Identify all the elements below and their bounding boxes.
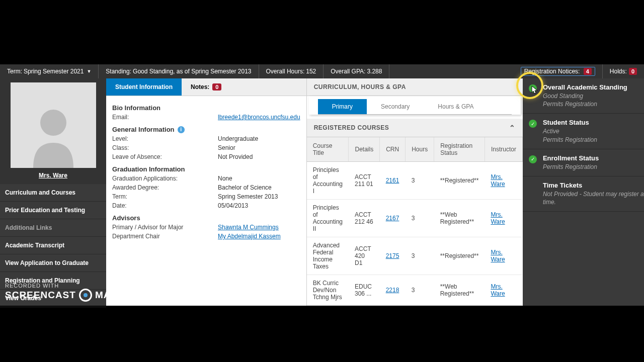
check-icon: ✓: [529, 120, 537, 128]
status-title: Student Status: [543, 119, 644, 126]
status-title: Enrollment Status: [543, 154, 644, 162]
graduation-header: Graduation Information: [112, 165, 300, 173]
instructor-link[interactable]: Mrs. Ware: [491, 283, 505, 297]
content-area: Student Information Notes: 0 Bio Informa…: [106, 78, 644, 306]
reg-notices-badge: 4: [584, 68, 592, 75]
term-selector[interactable]: Term: Spring Semester 2021 ▼: [0, 64, 99, 78]
email-link[interactable]: lbreede1@broncos.uncfsu.edu: [218, 114, 300, 121]
status-title: Time Tickets: [543, 182, 644, 189]
student-name-link[interactable]: Mrs. Ware: [39, 168, 67, 184]
status-block[interactable]: ✓Enrollment StatusPermits Registration: [523, 149, 644, 176]
left-sidebar: Mrs. Ware Curriculum and CoursesPrior Ed…: [0, 78, 106, 306]
status-block[interactable]: Time TicketsNot Provided - Student may r…: [523, 176, 644, 212]
avatar-image: [11, 82, 96, 168]
tab-student-information[interactable]: Student Information: [106, 78, 182, 96]
holds-badge: 0: [629, 68, 637, 75]
status-rail: ✓Overall Academic StandingGood StandingP…: [523, 78, 644, 306]
info-body: Bio Information Email:lbreede1@broncos.u…: [106, 96, 306, 245]
notes-count-badge: 0: [212, 83, 221, 90]
svg-point-0: [40, 110, 66, 136]
topbar-spacer: [389, 64, 513, 78]
info-icon[interactable]: i: [178, 126, 185, 133]
table-row: Advanced Federal Income TaxesACCT 420 D1…: [307, 237, 523, 275]
sidebar-item[interactable]: Additional Links: [0, 219, 106, 237]
bio-header: Bio Information: [112, 104, 300, 112]
col-details[interactable]: Details: [349, 137, 380, 162]
crn-link[interactable]: 2175: [386, 252, 399, 259]
status-block[interactable]: ✓Overall Academic StandingGood StandingP…: [523, 78, 644, 114]
status-block[interactable]: ✓Student StatusActivePermits Registratio…: [523, 114, 644, 149]
table-row: Principles of Accounting IACCT 211 01216…: [307, 162, 523, 200]
app-root: Term: Spring Semester 2021 ▼ Standing: G…: [0, 64, 644, 306]
crn-link[interactable]: 2161: [386, 177, 399, 184]
term-label: Term:: [7, 68, 22, 75]
advisor-chair-link[interactable]: My Abdelmajid Kassem: [218, 233, 281, 240]
sidebar-item[interactable]: Prior Education and Testing: [0, 202, 106, 219]
tab-notes[interactable]: Notes: 0: [182, 78, 230, 96]
table-row: BK Curric Dev/Non Tchng MjrsEDUC 306 ...…: [307, 275, 523, 306]
instructor-link[interactable]: Mrs. Ware: [491, 249, 505, 263]
tab-secondary[interactable]: Secondary: [367, 99, 424, 114]
crn-link[interactable]: 2218: [386, 287, 399, 294]
col-title[interactable]: Course Title: [307, 137, 349, 162]
chevron-down-icon: ▼: [87, 69, 91, 74]
col-crn[interactable]: CRN: [380, 137, 406, 162]
check-icon: ✓: [529, 155, 537, 163]
hours-display: Overall Hours: 152: [259, 64, 324, 78]
table-row: Principles of Accounting IIACCT 212 4621…: [307, 200, 523, 237]
status-title: Overall Academic Standing: [543, 83, 644, 91]
col-instructor[interactable]: Instructor: [485, 137, 522, 162]
advisors-header: Advisors: [112, 214, 300, 222]
sidebar-item[interactable]: Academic Transcript: [0, 237, 106, 254]
student-info-column: Student Information Notes: 0 Bio Informa…: [106, 78, 307, 306]
sidebar-item[interactable]: Curriculum and Courses: [0, 184, 106, 202]
courses-panel-header: REGISTERED COURSES ⌃: [307, 119, 523, 137]
summary-bar: Term: Spring Semester 2021 ▼ Standing: G…: [0, 64, 644, 78]
center-column: CURRICULUM, HOURS & GPA Primary Secondar…: [307, 78, 523, 306]
tab-primary[interactable]: Primary: [318, 99, 367, 114]
info-tabs: Student Information Notes: 0: [106, 78, 306, 96]
courses-table: Course Title Details CRN Hours Registrat…: [307, 137, 523, 306]
curriculum-tabs: Primary Secondary Hours & GPA: [318, 99, 512, 115]
avatar-box: Mrs. Ware: [0, 78, 106, 184]
general-header: General Informationi: [112, 126, 300, 133]
chevron-up-icon[interactable]: ⌃: [509, 124, 516, 132]
col-hours[interactable]: Hours: [406, 137, 434, 162]
advisor-primary-link[interactable]: Shawnta M Cummings: [218, 224, 279, 231]
crn-link[interactable]: 2167: [386, 215, 399, 222]
right-columns: CURRICULUM, HOURS & GPA Primary Secondar…: [307, 78, 644, 306]
person-placeholder-icon: [28, 103, 78, 168]
check-icon: ✓: [529, 84, 537, 93]
main-layout: Mrs. Ware Curriculum and CoursesPrior Ed…: [0, 78, 644, 306]
instructor-link[interactable]: Mrs. Ware: [491, 173, 505, 188]
holds-display[interactable]: Holds: 0: [603, 64, 644, 78]
standing-display: Standing: Good Standing, as of Spring Se…: [99, 64, 259, 78]
watermark-dot-icon: [79, 289, 92, 302]
curriculum-panel: Primary Secondary Hours & GPA Degree:Bac…: [309, 96, 521, 115]
col-status[interactable]: Registration Status: [434, 137, 485, 162]
instructor-link[interactable]: Mrs. Ware: [491, 211, 505, 225]
gpa-display: Overall GPA: 3.288: [324, 64, 389, 78]
term-value: Spring Semester 2021: [24, 68, 84, 75]
registration-notices[interactable]: Registration Notices: 4: [514, 64, 603, 78]
tab-hours-gpa[interactable]: Hours & GPA: [424, 99, 488, 114]
watermark: RECORDED WITH SCREENCAST MATIC: [5, 283, 127, 302]
curriculum-panel-header: CURRICULUM, HOURS & GPA: [307, 78, 523, 96]
sidebar-item[interactable]: View Application to Graduate: [0, 254, 106, 272]
